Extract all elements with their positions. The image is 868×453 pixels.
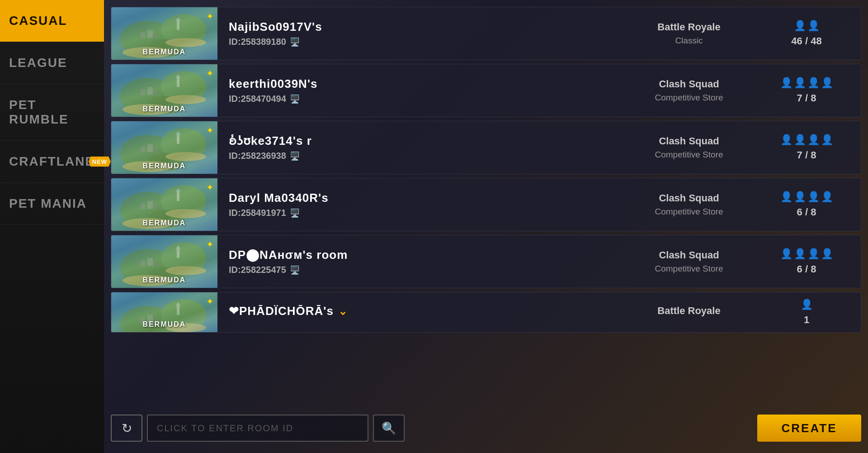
player-icon: 👤 (794, 77, 806, 89)
sidebar-item-craftland[interactable]: CRAFTLANDNEW (0, 141, 104, 183)
svg-rect-6 (141, 32, 145, 38)
refresh-button[interactable]: ↻ (111, 415, 142, 442)
refresh-icon: ↻ (122, 421, 132, 436)
svg-rect-9 (177, 21, 179, 30)
screen-icon: 🖥️ (290, 94, 300, 104)
svg-rect-40 (147, 201, 153, 209)
room-item[interactable]: BERMUDA ✦ Daryl Ma0340R's ID:258491971🖥️… (111, 178, 861, 231)
room-name: ❤PHĀDÏCHŌRĀ's⌄ (229, 304, 605, 318)
player-count: 46 / 48 (791, 35, 821, 47)
map-label: BERMUDA (143, 219, 186, 227)
map-label: BERMUDA (143, 276, 186, 284)
room-name: ʚ̾ʖʊke3714's r (229, 134, 605, 148)
sidebar-item-casual[interactable]: CASUAL (0, 0, 104, 42)
player-icon: 👤 (780, 191, 793, 203)
map-label: BERMUDA (143, 48, 186, 56)
player-icons-row: 👤👤 (794, 20, 820, 32)
map-thumbnail: BERMUDA ✦ (111, 178, 217, 231)
room-id-row: ID:258236938🖥️ (229, 151, 605, 161)
sidebar-item-pet-rumble[interactable]: PET RUMBLE (0, 84, 104, 141)
mode-type: Clash Squad (659, 135, 719, 147)
player-icons-row: 👤👤👤👤 (780, 77, 833, 89)
mode-info: Clash Squad Competitive Store (617, 249, 761, 274)
player-icons-row: 👤 (801, 299, 813, 310)
mode-type: Clash Squad (659, 78, 719, 90)
player-icon: 👤 (807, 191, 820, 203)
svg-rect-52 (154, 262, 158, 266)
svg-rect-53 (177, 249, 179, 258)
room-info: NajibSo0917V's ID:258389180🖥️ (217, 15, 617, 52)
mode-info: Battle Royale Classic (617, 21, 761, 46)
mode-subtype: Classic (675, 36, 703, 46)
sidebar: CASUALLEAGUEPET RUMBLECRAFTLANDNEWPET MA… (0, 0, 104, 453)
room-item[interactable]: BERMUDA ✦ keerthi0039N's ID:258470494🖥️ … (111, 64, 861, 117)
room-item[interactable]: BERMUDA ✦ DP⬤NAнσм's room ID:258225475🖥️… (111, 235, 861, 288)
svg-rect-41 (154, 205, 158, 209)
map-label: BERMUDA (143, 162, 186, 170)
map-thumbnail: BERMUDA ✦ (111, 292, 217, 332)
player-count: 6 / 8 (797, 263, 816, 275)
room-info: ❤PHĀDÏCHŌRĀ's⌄ (217, 300, 617, 325)
room-item[interactable]: BERMUDA ✦ ❤PHĀDÏCHŌRĀ's⌄ Battle Royale 👤… (111, 292, 861, 333)
svg-rect-29 (147, 144, 153, 152)
room-item[interactable]: BERMUDA ✦ NajibSo0917V's ID:258389180🖥️ … (111, 7, 861, 60)
room-info: DP⬤NAнσм's room ID:258225475🖥️ (217, 243, 617, 280)
mode-type: Clash Squad (659, 249, 719, 261)
player-icon: 👤 (807, 77, 820, 89)
mode-subtype: Competitive Store (655, 93, 723, 103)
player-icon: 👤 (780, 77, 793, 89)
map-thumbnail: BERMUDA ✦ (111, 235, 217, 288)
room-id: ID:258236938 (229, 151, 286, 161)
mode-subtype: Competitive Store (655, 264, 723, 274)
room-id: ID:258389180 (229, 37, 286, 47)
svg-rect-19 (154, 91, 158, 95)
map-thumbnail: BERMUDA ✦ (111, 121, 217, 174)
map-star-icon: ✦ (206, 11, 214, 22)
svg-point-49 (165, 266, 206, 275)
room-info: ʚ̾ʖʊke3714's r ID:258236938🖥️ (217, 129, 617, 166)
player-count: 6 / 8 (797, 206, 816, 218)
room-info: keerthi0039N's ID:258470494🖥️ (217, 72, 617, 109)
players-info: 👤👤👤👤 6 / 8 (761, 248, 861, 275)
room-name: DP⬤NAнσм's room (229, 248, 605, 262)
sidebar-item-league[interactable]: LEAGUE (0, 42, 104, 84)
svg-rect-50 (141, 260, 145, 267)
room-name: NajibSo0917V's (229, 20, 605, 34)
sidebar-item-pet-mania[interactable]: PET MANIA (0, 183, 104, 225)
svg-rect-64 (177, 306, 179, 315)
map-thumbnail: BERMUDA ✦ (111, 64, 217, 117)
player-count: 7 / 8 (797, 149, 816, 161)
main-content: BERMUDA ✦ NajibSo0917V's ID:258389180🖥️ … (104, 0, 868, 453)
player-icon: 👤 (801, 299, 813, 310)
room-id: ID:258491971 (229, 208, 286, 218)
svg-point-5 (165, 38, 206, 47)
screen-icon: 🖥️ (290, 37, 300, 47)
player-count: 7 / 8 (797, 92, 816, 104)
player-icon: 👤 (794, 191, 806, 203)
mode-type: Battle Royale (657, 305, 720, 317)
room-list: BERMUDA ✦ NajibSo0917V's ID:258389180🖥️ … (111, 7, 861, 405)
player-icons-row: 👤👤👤👤 (780, 191, 833, 203)
room-item[interactable]: BERMUDA ✦ ʚ̾ʖʊke3714's r ID:258236938🖥️ … (111, 121, 861, 174)
player-icon: 👤 (807, 134, 820, 146)
screen-icon: 🖥️ (290, 151, 300, 161)
room-id-input[interactable] (147, 415, 368, 442)
mode-subtype: Competitive Store (655, 150, 723, 160)
mode-type: Clash Squad (659, 192, 719, 204)
player-icon: 👤 (807, 20, 820, 32)
player-icon: 👤 (821, 77, 833, 89)
expand-icon: ⌄ (338, 305, 348, 317)
svg-rect-8 (154, 33, 158, 38)
mode-info: Clash Squad Competitive Store (617, 192, 761, 217)
player-icon: 👤 (794, 134, 806, 146)
players-info: 👤👤👤👤 7 / 8 (761, 134, 861, 161)
create-button[interactable]: CREATE (757, 415, 861, 442)
mode-subtype: Competitive Store (655, 207, 723, 217)
screen-icon: 🖥️ (290, 265, 300, 275)
svg-rect-18 (147, 87, 153, 95)
player-icon: 👤 (780, 248, 793, 260)
player-icons-row: 👤👤👤👤 (780, 134, 833, 146)
search-button[interactable]: 🔍 (373, 415, 405, 442)
svg-rect-30 (154, 148, 158, 152)
map-label: BERMUDA (143, 320, 186, 329)
